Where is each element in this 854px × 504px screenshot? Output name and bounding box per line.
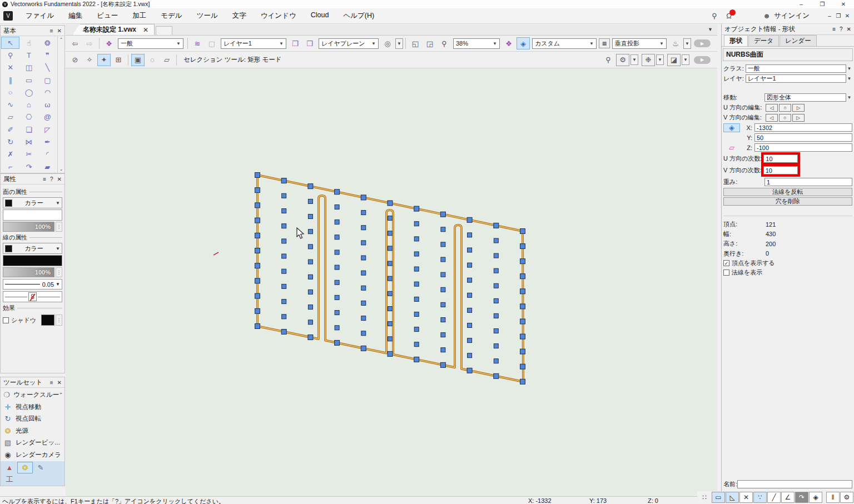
control-vertex[interactable] [441,227,445,232]
layer-options-icon[interactable]: ▢ [205,37,219,49]
spiral-tool[interactable]: @ [38,111,57,123]
control-vertex[interactable] [308,320,312,325]
show-vertices-checkbox[interactable]: ✓ [723,260,729,266]
shadow-checkbox[interactable] [3,317,9,323]
scroll-up-icon[interactable]: ⌃ [59,37,63,42]
tab-shape[interactable]: 形状 [724,35,748,46]
control-vertex[interactable] [441,302,445,307]
control-vertex[interactable] [361,211,366,215]
disable-snapping-icon[interactable]: ⊘ [68,54,82,66]
x-field[interactable]: -1302 [754,123,852,132]
component-visibility-icon[interactable]: ◪ [667,54,681,66]
rectangle-marquee-mode-icon[interactable]: ▣ [131,54,145,66]
v-edit-prev-button[interactable]: ◁ [766,114,778,122]
double-line-tool[interactable]: ∥ [1,74,19,86]
control-vertex[interactable] [441,242,445,247]
control-vertex[interactable] [441,287,445,292]
control-vertex[interactable] [361,316,366,321]
control-vertex[interactable] [255,218,260,223]
snap-intersection[interactable]: ✕ [739,492,753,503]
shadow-color-swatch[interactable] [41,315,54,326]
fit-page-zoom-icon[interactable]: ◱ [409,37,422,49]
toolset-item-viewpoint-rotate[interactable]: ↻視点回転 [1,413,64,425]
control-vertex[interactable] [468,353,472,358]
flip-normals-button[interactable]: 法線を反転 [723,188,852,196]
control-vertex[interactable] [468,233,472,237]
toolset-item-viewpoint-move[interactable]: ✛視点移動 [1,401,64,413]
control-vertex[interactable] [494,223,499,228]
control-vertex[interactable] [255,278,260,283]
reshape-tool[interactable]: ◸ [38,123,57,136]
menu-item-5[interactable]: ツール [190,11,225,21]
control-vertex[interactable] [494,373,499,378]
gear-caret[interactable]: ▼ [630,54,638,65]
y-field[interactable]: 50 [754,133,852,142]
control-vertex[interactable] [308,199,312,203]
control-vertex[interactable] [468,248,472,252]
search-icon[interactable]: ⚲ [707,12,722,20]
saved-views-icon[interactable]: ❖ [102,37,116,49]
control-vertex[interactable] [468,278,472,282]
control-vertex[interactable] [520,244,525,249]
control-vertex[interactable] [520,304,525,309]
move-dropdown[interactable]: 図形全体 [764,93,846,102]
control-vertex[interactable] [520,274,525,279]
new-tab-stub[interactable] [156,26,172,35]
surface-plane-icon[interactable]: ▱ [723,143,740,152]
control-vertex[interactable] [494,238,498,243]
menu-item-0[interactable]: ファイル [18,11,61,21]
control-vertex[interactable] [361,195,366,200]
texture-brush-caret[interactable]: ▼ [656,54,664,65]
snap-object[interactable]: ▭ [712,492,725,503]
fit-objects-zoom-icon[interactable]: ◲ [423,37,436,49]
control-vertex[interactable] [441,257,445,262]
layer-dropdown[interactable]: レイヤー1▼ [221,38,286,49]
weight-field[interactable]: 1 [764,178,852,186]
snap-pause[interactable]: ‖ [826,492,840,503]
viewport-create-icon[interactable]: ❒ [303,37,316,49]
projection-dropdown[interactable]: 垂直投影▼ [612,38,667,49]
control-vertex[interactable] [414,312,419,317]
control-vertex[interactable] [335,295,339,300]
basic-palette-scrollbar[interactable]: ⌃⌄ [57,36,64,173]
line-marker-selector[interactable]: 8 [3,291,62,302]
control-vertex[interactable] [308,244,312,249]
viewport-icon[interactable]: ❒ [289,37,302,49]
mirror-tool[interactable]: ⋈ [19,136,38,148]
control-vertex[interactable] [281,330,286,335]
render-mode-teapot-icon[interactable]: ♨ [669,37,682,49]
control-vertex[interactable] [335,311,339,315]
control-vertex[interactable] [361,241,366,245]
control-vertex[interactable] [440,362,445,367]
control-vertex[interactable] [255,248,260,253]
snap-smart-point[interactable]: ∵ [753,492,767,503]
toolbar-overflow-button[interactable]: ▶ [694,39,711,47]
oip-close-icon[interactable]: ✕ [847,26,851,32]
control-vertex[interactable] [494,313,498,318]
control-vertex[interactable] [255,188,260,193]
u-degree-field[interactable]: 10 [763,154,798,163]
control-vertex[interactable] [308,260,312,264]
rounded-rectangle-tool[interactable]: ▢ [38,74,57,86]
offset-tool[interactable]: ↷ [19,161,38,173]
category-dims-notes[interactable]: ✎ [33,462,48,473]
snap-distance[interactable]: ╱ [767,492,781,503]
control-vertex[interactable] [520,289,525,294]
control-vertex[interactable] [388,322,393,326]
control-vertex[interactable] [388,291,393,296]
eraser-tool[interactable]: ▰ [38,161,57,173]
regular-polygon-tool[interactable]: ⎔ [19,111,38,123]
control-vertex[interactable] [414,282,419,286]
control-vertex[interactable] [361,331,366,336]
component-visibility-caret[interactable]: ▼ [682,54,689,65]
control-vertex[interactable] [308,184,313,189]
class-field[interactable]: 一般 [746,64,846,73]
extrude-tool[interactable]: ◫ [19,62,38,74]
control-vertex[interactable] [335,326,339,330]
control-vertex[interactable] [308,335,313,340]
control-vertex[interactable] [255,233,260,238]
selection-tool[interactable]: ↖ [1,37,19,49]
control-vertex[interactable] [468,323,472,328]
multiple-object-mode-icon[interactable]: ✦ [97,54,111,66]
toolset-palette-menu-icon[interactable]: ≡ [50,380,53,386]
